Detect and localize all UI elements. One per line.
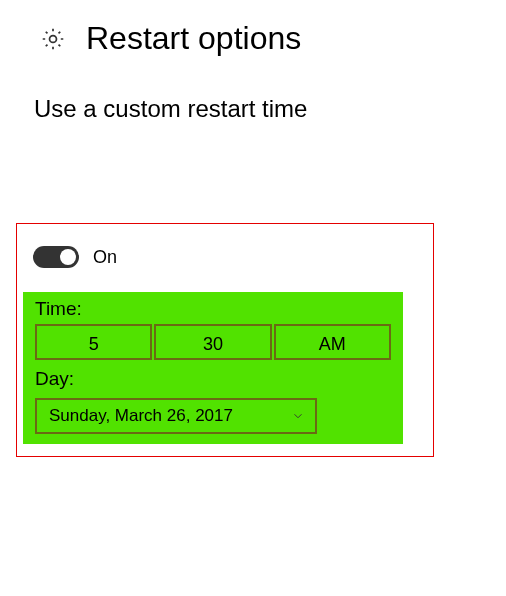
toggle-state-label: On (93, 247, 117, 268)
time-period-cell[interactable]: AM (274, 324, 391, 360)
time-picker: 5 30 AM (35, 324, 391, 360)
custom-restart-toggle[interactable] (33, 246, 79, 268)
highlighted-region: On Time: 5 30 AM Day: Sunday, March 26, … (16, 223, 434, 457)
day-label: Day: (23, 360, 403, 394)
page-header: Restart options (0, 0, 506, 57)
custom-restart-toggle-row: On (33, 246, 433, 268)
time-minute-cell[interactable]: 30 (154, 324, 271, 360)
day-dropdown[interactable]: Sunday, March 26, 2017 (35, 398, 317, 434)
day-value: Sunday, March 26, 2017 (49, 398, 233, 434)
time-label: Time: (23, 298, 403, 324)
time-hour-cell[interactable]: 5 (35, 324, 152, 360)
page-title: Restart options (86, 20, 301, 57)
gear-icon (40, 26, 66, 52)
svg-point-0 (50, 35, 57, 42)
section-subtitle: Use a custom restart time (34, 95, 506, 123)
chevron-down-icon (291, 409, 305, 423)
toggle-knob (60, 249, 76, 265)
schedule-panel: Time: 5 30 AM Day: Sunday, March 26, 201… (23, 292, 403, 444)
